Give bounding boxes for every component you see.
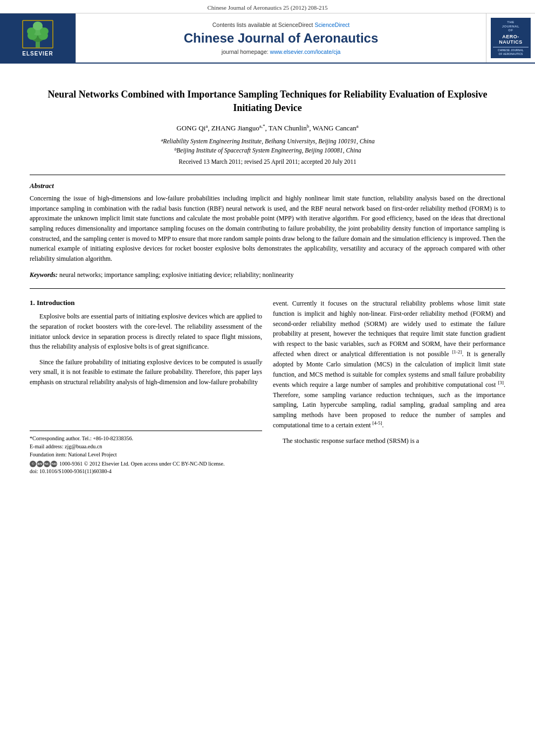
cc-icon: © BY NC ND (30, 461, 57, 467)
paper-title: Neural Networks Combined with Importance… (30, 88, 505, 115)
journal-banner: ELSEVIER Contents lists available at Sci… (0, 13, 535, 64)
main-content: Neural Networks Combined with Importance… (0, 64, 535, 486)
section1-right-para1: event. Currently it focuses on the struc… (273, 299, 505, 431)
logo-aero-text: AERO-NAUTICS (499, 34, 523, 45)
divider-mid (30, 288, 505, 289)
top-citation-text: Chinese Journal of Aeronautics 25 (2012)… (207, 4, 327, 11)
section1-para2: Since the failure probability of initiat… (30, 357, 262, 387)
section1-heading: 1. Introduction (30, 299, 262, 307)
divider-top (30, 175, 505, 175)
authors-line: GONG Qia, ZHANG Jianguoa,*, TAN Chunlinb… (30, 123, 505, 132)
journal-logo-box: THEJOURNALOF AERO-NAUTICS CHINESE JOURNA… (491, 18, 531, 58)
footer-corresponding: *Corresponding author. Tel.: +86-10-8233… (30, 434, 262, 442)
affiliation-b: ᵇBeijing Institute of Spacecraft System … (30, 146, 505, 155)
body-two-col: 1. Introduction Explosive bolts are esse… (30, 299, 505, 475)
inline-function: function (273, 371, 294, 378)
elsevier-logo-section: ELSEVIER (0, 13, 76, 63)
top-citation-bar: Chinese Journal of Aeronautics 25 (2012)… (0, 0, 535, 13)
journal-title-banner: Chinese Journal of Aeronautics (184, 31, 379, 46)
section1-para1: Explosive bolts are essential parts of i… (30, 311, 262, 351)
logo-journal-text: THEJOURNALOF (502, 20, 520, 33)
footer-cc-line: © BY NC ND 1000-9361 © 2012 Elsevier Ltd… (30, 461, 262, 467)
abstract-text: Concerning the issue of high-dimensions … (30, 193, 505, 263)
keywords-text: neural networks; importance sampling; ex… (59, 271, 294, 279)
banner-center: Contents lists available at ScienceDirec… (76, 13, 486, 63)
footer-doi: doi: 10.1016/S1000-9361(11)60380-4 (30, 467, 262, 475)
author-names: GONG Qia, ZHANG Jianguoa,*, TAN Chunlinb… (176, 124, 358, 132)
section1-right-para2: The stochastic response surface method (… (273, 436, 505, 446)
footer-foundation: Foundation item: National Level Project (30, 450, 262, 459)
abstract-title: Abstract (30, 182, 505, 190)
svg-point-7 (33, 22, 43, 30)
sciencedirect-link[interactable]: ScienceDirect (314, 22, 349, 28)
affiliations: ᵃReliability System Engineering Institut… (30, 137, 505, 156)
keywords-line: Keywords: neural networks; importance sa… (30, 270, 505, 280)
column-right: event. Currently it focuses on the struc… (273, 299, 505, 475)
homepage-link[interactable]: www.elsevier.com/locate/cja (270, 48, 341, 55)
affiliation-a: ᵃReliability System Engineering Institut… (30, 137, 505, 146)
footer-issn: 1000-9361 © 2012 Elsevier Ltd. Open acce… (59, 461, 224, 467)
elsevier-label: ELSEVIER (22, 51, 53, 57)
abstract-section: Abstract Concerning the issue of high-di… (30, 182, 505, 263)
footer-section: *Corresponding author. Tel.: +86-10-8233… (30, 431, 262, 475)
column-left: 1. Introduction Explosive bolts are esse… (30, 299, 262, 475)
keywords-label: Keywords: (30, 271, 58, 279)
page-container: Chinese Journal of Aeronautics 25 (2012)… (0, 0, 535, 756)
elsevier-tree-icon (22, 19, 54, 49)
journal-homepage: journal homepage: www.elsevier.com/locat… (222, 48, 341, 55)
sciencedirect-text: Contents lists available at ScienceDirec… (212, 22, 349, 28)
banner-right: THEJOURNALOF AERO-NAUTICS CHINESE JOURNA… (486, 13, 535, 63)
elsevier-logo: ELSEVIER (22, 19, 54, 57)
footer-email: E-mail address: zjg@buaa.edu.cn (30, 442, 262, 450)
received-dates: Received 13 March 2011; revised 25 April… (30, 158, 505, 165)
